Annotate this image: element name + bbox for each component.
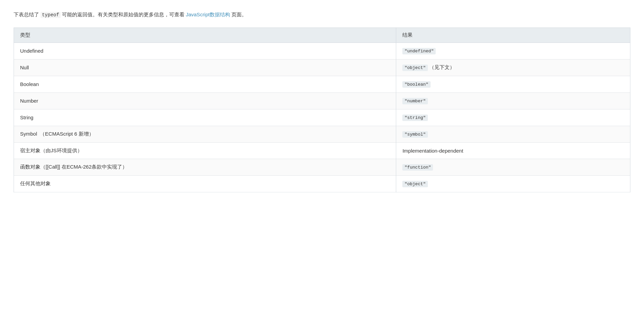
table-row: 宿主对象（由JS环境提供）Implementation-dependent [14, 142, 630, 159]
intro-text-before: 下表总结了 [14, 12, 41, 17]
result-code-badge: "number" [402, 98, 428, 104]
table-header: 类型 结果 [14, 28, 630, 42]
cell-type: Symbol （ECMAScript 6 新增） [14, 126, 396, 142]
cell-result: "number" [396, 92, 630, 109]
cell-type: 函数对象（[[Call]] 在ECMA-262条款中实现了） [14, 159, 396, 175]
cell-type: Boolean [14, 76, 396, 92]
table-row: Boolean"boolean" [14, 76, 630, 92]
cell-type: String [14, 109, 396, 126]
column-type: 类型 [14, 28, 396, 42]
table-row: 任何其他对象"object" [14, 175, 630, 192]
intro-paragraph: 下表总结了 typeof 可能的返回值。有关类型和原始值的更多信息，可查看 Ja… [14, 10, 630, 19]
result-code-badge: "symbol" [402, 131, 428, 138]
cell-type: Null [14, 59, 396, 76]
typeof-code: typeof [41, 12, 60, 18]
table-row: String"string" [14, 109, 630, 126]
cell-type: Undefined [14, 42, 396, 59]
table-row: Undefined"undefined" [14, 42, 630, 59]
intro-text-after: 可能的返回值。有关类型和原始值的更多信息，可查看 [61, 12, 186, 17]
table-row: Symbol （ECMAScript 6 新增）"symbol" [14, 126, 630, 142]
table-body: Undefined"undefined"Null"object" （见下文）Bo… [14, 42, 630, 192]
result-code-badge: "function" [402, 164, 433, 171]
result-plain-text: Implementation-dependent [402, 148, 463, 154]
table-row: Null"object" （见下文） [14, 59, 630, 76]
cell-type: 宿主对象（由JS环境提供） [14, 142, 396, 159]
cell-type: Number [14, 92, 396, 109]
cell-result: "undefined" [396, 42, 630, 59]
result-code-badge: "object" [402, 65, 428, 71]
table-row: Number"number" [14, 92, 630, 109]
cell-result: "function" [396, 159, 630, 175]
column-result: 结果 [396, 28, 630, 42]
result-code-badge: "string" [402, 115, 428, 121]
cell-type: 任何其他对象 [14, 175, 396, 192]
cell-result: "string" [396, 109, 630, 126]
cell-result: "object" [396, 175, 630, 192]
cell-result: "object" （见下文） [396, 59, 630, 76]
result-code-badge: "boolean" [402, 81, 430, 88]
cell-result: "boolean" [396, 76, 630, 92]
result-code-badge: "object" [402, 181, 428, 187]
result-code-badge: "undefined" [402, 48, 436, 54]
intro-text-end: 页面。 [230, 12, 247, 17]
table-row: 函数对象（[[Call]] 在ECMA-262条款中实现了）"function" [14, 159, 630, 175]
result-plain-text: （见下文） [428, 64, 455, 70]
js-data-structures-link[interactable]: JavaScript数据结构 [186, 12, 230, 17]
cell-result: "symbol" [396, 126, 630, 142]
table-header-row: 类型 结果 [14, 28, 630, 42]
typeof-table: 类型 结果 Undefined"undefined"Null"object" （… [14, 28, 630, 192]
cell-result: Implementation-dependent [396, 142, 630, 159]
